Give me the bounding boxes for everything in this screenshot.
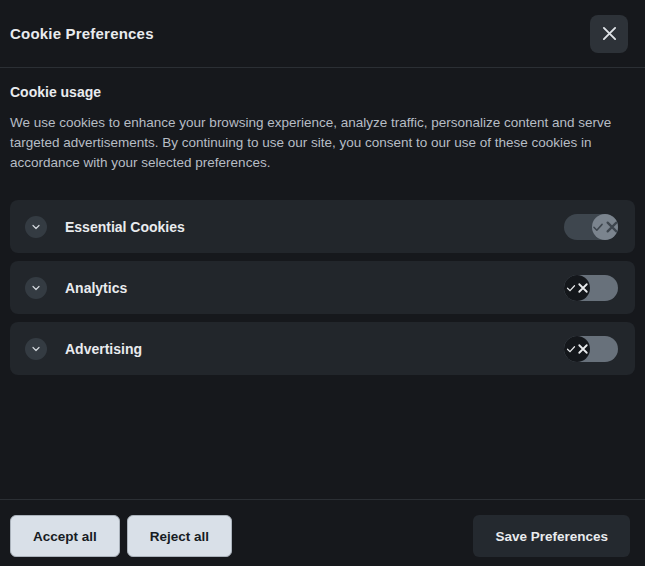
expand-button[interactable]: [25, 216, 47, 238]
chevron-down-icon: [30, 282, 42, 294]
toggle-essential-cookies[interactable]: [564, 214, 618, 240]
save-preferences-button[interactable]: Save Preferences: [473, 515, 630, 557]
reject-all-button[interactable]: Reject all: [127, 515, 232, 557]
category-label: Essential Cookies: [65, 219, 185, 235]
dialog-title: Cookie Preferences: [10, 25, 154, 42]
usage-description: We use cookies to enhance your browsing …: [10, 113, 635, 173]
check-icon: [591, 220, 605, 234]
check-icon: [565, 343, 577, 355]
category-list: Essential Cookies: [10, 200, 635, 375]
category-row-essential-cookies: Essential Cookies: [10, 200, 635, 253]
dialog-header: Cookie Preferences: [0, 0, 645, 68]
x-icon: [605, 220, 619, 234]
toggle-analytics[interactable]: [564, 275, 618, 301]
category-row-advertising: Advertising: [10, 322, 635, 375]
x-icon: [577, 282, 589, 294]
expand-button[interactable]: [25, 277, 47, 299]
accept-all-button[interactable]: Accept all: [10, 515, 120, 557]
toggle-thumb: [564, 275, 590, 301]
dialog-footer: Accept all Reject all Save Preferences: [0, 499, 645, 566]
close-icon: [602, 26, 617, 41]
close-button[interactable]: [590, 15, 628, 53]
usage-heading: Cookie usage: [10, 84, 635, 100]
dialog-body: Cookie usage We use cookies to enhance y…: [0, 68, 645, 499]
category-label: Analytics: [65, 280, 127, 296]
category-label: Advertising: [65, 341, 142, 357]
toggle-thumb: [564, 336, 590, 362]
check-icon: [565, 282, 577, 294]
x-icon: [577, 343, 589, 355]
chevron-down-icon: [30, 221, 42, 233]
toggle-advertising[interactable]: [564, 336, 618, 362]
toggle-thumb: [592, 214, 618, 240]
expand-button[interactable]: [25, 338, 47, 360]
category-row-analytics: Analytics: [10, 261, 635, 314]
chevron-down-icon: [30, 343, 42, 355]
cookie-preferences-dialog: Cookie Preferences Cookie usage We use c…: [0, 0, 645, 566]
